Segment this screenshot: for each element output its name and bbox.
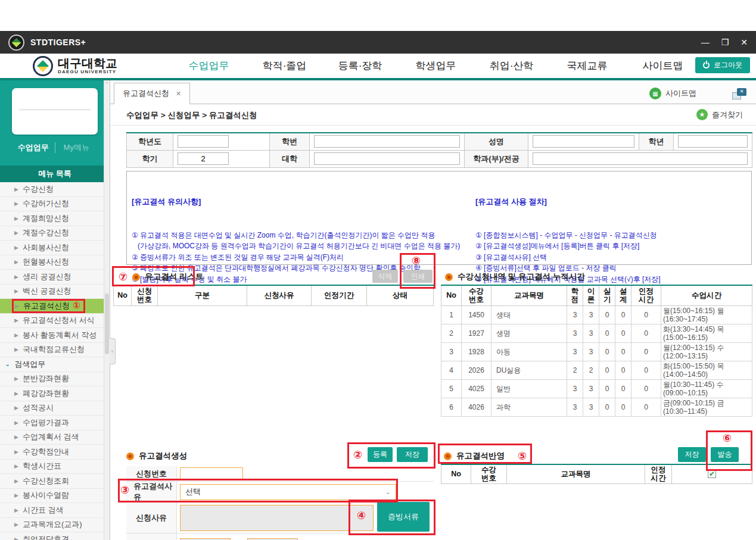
arrow-right-icon: ▶ xyxy=(14,449,18,455)
sidebar-item[interactable]: ▶국내학점교류신청 xyxy=(0,343,110,358)
app-title: STDTIGERS+ xyxy=(30,38,86,47)
tab-close-icon[interactable]: ✕ xyxy=(176,90,181,98)
table-row[interactable]: 64026과학33000금(09:00~10:15) 금(10:30~11:45… xyxy=(441,398,752,416)
arrow-right-icon: ▶ xyxy=(14,463,18,469)
register-button[interactable]: 등록 xyxy=(368,447,393,462)
nav-item[interactable]: 학적·졸업 xyxy=(247,59,322,73)
table-cell: 3 xyxy=(583,324,599,342)
nav-item[interactable]: 국제교류 xyxy=(549,59,625,73)
sidebar-collapse-handle[interactable]: ‹ xyxy=(110,338,116,364)
college-input[interactable] xyxy=(314,152,460,165)
sidebar-item[interactable]: ▶시간표 검색 xyxy=(0,503,110,518)
nav-item[interactable]: 등록·장학 xyxy=(322,59,398,73)
sidebar-item[interactable]: ▶유고결석신청서 서식 xyxy=(0,314,110,329)
sidebar-tab-mymenu[interactable]: My메뉴 xyxy=(55,142,98,153)
sidebar-item[interactable]: ▶봉사이수열람 xyxy=(0,489,110,504)
table-cell: 3 xyxy=(567,342,583,361)
sidebar-item[interactable]: ▶계절수강신청 xyxy=(0,226,110,241)
sidebar-item[interactable]: ▶수업평가결과 xyxy=(0,416,110,430)
table-cell: 3 xyxy=(583,379,599,398)
apply-save-button[interactable]: 저장 xyxy=(678,447,706,462)
sidebar-item[interactable]: ▶교과목개요(교과) xyxy=(0,518,110,533)
period-start-input[interactable] xyxy=(180,538,231,540)
annotation-2: ② xyxy=(353,450,362,460)
sidebar-item[interactable]: ▶성적공시 xyxy=(0,401,110,416)
sidebar-item[interactable]: ▶백신 공결신청 xyxy=(0,285,110,299)
sidebar-item[interactable]: ⌄검색업무 xyxy=(0,357,110,372)
sidebar-item[interactable]: ▶수강학점안내 xyxy=(0,445,110,460)
arrow-right-icon: ▶ xyxy=(14,478,18,484)
maximize-icon[interactable]: ❒ xyxy=(721,38,729,46)
sidebar: 수업업무 My메뉴 메뉴 목록 ▶수강신청▶수강허가신청▶계절희망신청▶계절수강… xyxy=(0,80,110,540)
sidebar-item[interactable]: ▶폐강강좌현황 xyxy=(0,386,110,401)
app-no-input[interactable] xyxy=(180,467,243,480)
arrow-right-icon: ▶ xyxy=(14,420,18,426)
sidebar-item[interactable]: ▶사회봉사신청 xyxy=(0,241,110,255)
send-button[interactable]: 발송 xyxy=(711,447,739,462)
nav-item[interactable]: 사이트맵 xyxy=(625,59,701,73)
sidebar-item[interactable]: ▶학생시간표 xyxy=(0,460,110,475)
table-row[interactable]: 21927생명33000화(13:30~14:45) 목(15:00~16:15… xyxy=(441,324,752,342)
evidence-button[interactable]: 증빙서류 xyxy=(377,502,430,532)
table-row[interactable]: 31928아동33000월(12:00~13:15) 수(12:00~13:15… xyxy=(441,342,752,361)
table-row[interactable]: 42026DU실용22000화(15:00~15:50) 목(14:00~14:… xyxy=(441,361,752,379)
delete-button[interactable]: 삭제 xyxy=(372,270,398,283)
annotation-6: ⑥ xyxy=(723,433,732,444)
sidebar-item[interactable]: ▶수강허가신청 xyxy=(0,197,110,212)
department-input[interactable] xyxy=(533,152,748,165)
scrollbar-thumb[interactable] xyxy=(105,294,109,354)
sidebar-item[interactable]: ▶수강신청 xyxy=(0,182,110,197)
sidebar-scrollbar[interactable]: ⌃ xyxy=(104,80,110,540)
close-all-tabs-icon[interactable]: ✕ xyxy=(732,88,746,99)
field-label-college: 대학 xyxy=(270,150,310,167)
minimize-icon[interactable]: — xyxy=(701,38,710,46)
grade-input[interactable] xyxy=(678,135,748,148)
nav-item[interactable]: 수업업무 xyxy=(171,59,247,73)
table-cell: 4 xyxy=(441,361,462,379)
logout-button[interactable]: 로그아웃 xyxy=(695,57,750,73)
print-button[interactable]: 인쇄 xyxy=(403,270,433,283)
sitemap-link[interactable]: ▦ 사이트맵 xyxy=(649,88,696,99)
reason-textarea[interactable] xyxy=(180,505,374,531)
reason-type-select[interactable]: 선택 ⌄ xyxy=(180,484,396,500)
column-header: 상태 xyxy=(367,285,434,305)
name-input[interactable] xyxy=(533,135,634,148)
sidebar-tab-work[interactable]: 수업업무 xyxy=(12,142,55,153)
sidebar-item[interactable]: ▶수강신청조회 xyxy=(0,474,110,489)
year-input[interactable] xyxy=(178,135,229,148)
table-cell: 월(15:00~16:15) 월(16:30~17:45) xyxy=(661,305,752,324)
table-row[interactable]: 54025일반33000월(10:30~11:45) 수(09:00~10:15… xyxy=(441,379,752,398)
tab-absence-application[interactable]: 유고결석신청 ✕ xyxy=(114,83,190,104)
period-label: 인정기간 xyxy=(126,533,177,540)
scroll-up-icon[interactable]: ⌃ xyxy=(104,82,110,86)
table-cell: 0 xyxy=(599,398,615,416)
sidebar-item[interactable]: ▶수업계획서 검색 xyxy=(0,430,110,445)
nav-item[interactable]: 학생업무 xyxy=(398,59,474,73)
column-header: 인정기간 xyxy=(312,285,367,305)
student-no-input[interactable] xyxy=(314,135,460,148)
create-save-button[interactable]: 저장 xyxy=(397,447,428,462)
arrow-right-icon: ▶ xyxy=(14,216,18,221)
nav-item[interactable]: 취업·산학 xyxy=(474,59,549,73)
sidebar-item[interactable]: ▶생리 공결신청 xyxy=(0,270,110,285)
top-navbar: 대구대학교 DAEGU UNIVERSITY 수업업무학적·졸업등록·장학학생업… xyxy=(0,54,756,78)
favorites-link[interactable]: ★ 즐겨찾기 xyxy=(696,109,743,120)
select-all-checkbox[interactable]: ✔ xyxy=(708,470,716,478)
sidebar-item[interactable]: ▶취업전담후견 xyxy=(0,532,110,540)
main-content: 유고결석신청 ✕ ▦ 사이트맵 ✕ 수업업무 > 신청업무 > 유고결석신청 ★… xyxy=(110,80,756,540)
table-row[interactable]: 11450생태33000월(15:00~16:15) 월(16:30~17:45… xyxy=(441,305,752,324)
column-header: 신청사유 xyxy=(247,285,312,305)
table-cell: 생태 xyxy=(491,305,567,324)
user-info-box xyxy=(12,88,98,135)
notice-line: (가상강좌, MOOC강좌 등 원격수업과 학습기간이 유고결석 허용기간보다 … xyxy=(132,241,476,252)
semester-input[interactable] xyxy=(178,152,229,165)
sidebar-item[interactable]: ▶유고결석신청① xyxy=(0,299,110,314)
column-header: 구분 xyxy=(158,285,247,305)
sidebar-item[interactable]: ▶분반강좌현황 xyxy=(0,372,110,387)
sidebar-item[interactable]: ▶계절희망신청 xyxy=(0,211,110,226)
notice-box: [유고결석 유의사항] ① 유고결석 적용은 대면수업 및 실시간 Zoom 수… xyxy=(126,171,752,265)
close-icon[interactable]: ✕ xyxy=(741,38,748,46)
period-end-input[interactable] xyxy=(247,538,298,540)
sidebar-item[interactable]: ▶헌혈봉사신청 xyxy=(0,255,110,270)
sidebar-item[interactable]: ▶봉사 활동계획서 작성 xyxy=(0,328,110,343)
